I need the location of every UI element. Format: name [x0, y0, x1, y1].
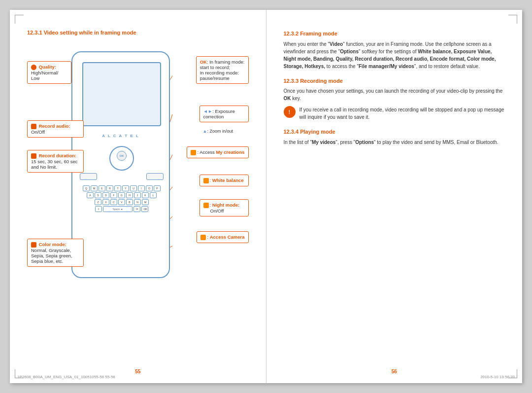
key-s: S	[95, 192, 101, 198]
key-shift: ⇧	[95, 206, 102, 212]
framing-mode-body: When you enter the "Video" function, you…	[284, 40, 505, 70]
right-page-number: 56	[392, 369, 397, 374]
key-t: T	[114, 185, 121, 191]
record-audio-desc: On/Off	[31, 129, 45, 135]
footer-right-info: 2010-5-10 13:56:20	[480, 375, 515, 379]
softkey-right	[146, 173, 164, 180]
callout-night-mode: : Night mode:On/Off	[200, 199, 249, 216]
record-duration-label: Record duration:	[39, 153, 77, 158]
key-i: I	[138, 185, 145, 191]
right-page: 12.3.2 Framing mode When you enter the "…	[266, 10, 523, 383]
callout-access-camera: : Access Camera	[197, 231, 248, 243]
record-audio-label: Record audio:	[39, 123, 70, 129]
zoom-desc: ▲: Zoom in/out	[203, 129, 233, 134]
left-page: 12.3.1 Video setting while in framing mo…	[10, 10, 266, 383]
record-duration-icon	[31, 153, 36, 159]
key-d: D	[102, 192, 109, 198]
softkey-left	[80, 173, 97, 180]
key-q: Q	[83, 185, 90, 191]
key-z: Z	[95, 199, 101, 205]
key-b: B	[126, 199, 133, 205]
color-mode-icon	[31, 242, 36, 248]
record-duration-desc: 15 sec, 30 sec, 60 sec and No limit.	[31, 159, 78, 170]
callout-white-balance: : White balance	[200, 175, 249, 186]
phone-diagram: A L C A T E L OK Q W E	[71, 51, 170, 278]
key-c: C	[110, 199, 117, 205]
callout-quality: Quality: High/Normal/Low	[27, 61, 71, 84]
access-creations-desc: : Access My creations	[191, 149, 244, 155]
recording-mode-title: Recording mode	[300, 78, 343, 84]
key-r: R	[106, 185, 113, 191]
quality-icon	[31, 65, 36, 70]
key-x: X	[102, 199, 109, 205]
recording-mode-num: 12.3.3	[284, 78, 300, 84]
white-balance-icon	[203, 178, 209, 183]
night-mode-icon	[203, 203, 209, 208]
recording-mode-heading: 12.3.3 Recording mode	[284, 77, 505, 85]
key-o: O	[146, 185, 153, 191]
phone-brand: A L C A T E L	[102, 134, 139, 138]
note-icon: !	[284, 106, 296, 118]
color-mode-desc: Normal, Grayscale, Sepia, Sepia green, S…	[31, 248, 72, 264]
right-content: 12.3.2 Framing mode When you enter the "…	[284, 30, 505, 146]
key-del: ⌫	[141, 206, 148, 212]
playing-mode-body: In the list of "My videos", press "Optio…	[284, 139, 505, 146]
callout-record-audio: Record audio: On/Off	[27, 120, 84, 138]
callout-color-mode: Color mode: Normal, Grayscale, Sepia, Se…	[27, 239, 84, 267]
key-space: Space ◄	[103, 206, 133, 212]
key-m: M	[142, 199, 149, 205]
section-recording-mode: 12.3.3 Recording mode Once you have chos…	[284, 77, 505, 121]
section-framing-mode: 12.3.2 Framing mode When you enter the "…	[284, 30, 505, 70]
framing-mode-title: Framing mode	[300, 31, 337, 36]
key-n: N	[134, 199, 141, 205]
nav-ok: OK	[117, 151, 127, 161]
key-u: U	[130, 185, 137, 191]
color-mode-label: Color mode:	[39, 242, 66, 247]
recording-mode-body: Once you have chosen your settings, you …	[284, 87, 505, 102]
night-mode-desc: : Night mode:On/Off	[203, 202, 240, 214]
access-camera-icon	[200, 235, 206, 240]
phone-body: A L C A T E L OK Q W E	[71, 51, 170, 278]
key-row-1: Q W E R T Y U I O P	[77, 185, 166, 191]
left-section-heading: 12.3.1 Video setting while in framing mo…	[27, 30, 249, 36]
key-a: A	[87, 192, 94, 198]
footer-left-info: 1P2608_B00A_UM_ENG_USA_01_10051055-56 55…	[17, 375, 115, 379]
key-e: E	[99, 185, 105, 191]
key-l: L	[150, 192, 157, 198]
key-p: P	[154, 185, 161, 191]
key-g: G	[118, 192, 125, 198]
callout-zoom: ▲: Zoom in/out	[200, 126, 249, 136]
recording-note-box: ! If you receive a call in recording mod…	[284, 106, 505, 121]
key-row-3: Z X C V B N M	[77, 199, 166, 205]
playing-mode-heading: 12.3.4 Playing mode	[284, 128, 505, 136]
playing-mode-num: 12.3.4	[284, 129, 300, 135]
phone-keypad: OK Q W E R T Y	[77, 143, 166, 272]
phone-screen	[82, 62, 161, 126]
playing-mode-title: Playing mode	[300, 129, 335, 135]
quality-label: Quality:	[39, 64, 56, 70]
left-section-number: 12.3.1 Video setting while in framing mo…	[27, 30, 136, 36]
key-w: W	[91, 185, 98, 191]
key-y: Y	[122, 185, 129, 191]
framing-mode-num: 12.3.2	[284, 31, 300, 36]
callout-exposure: ◄►: Exposurecorrection	[200, 106, 249, 122]
key-h: H	[126, 192, 133, 198]
callout-record-duration: Record duration: 15 sec, 30 sec, 60 sec …	[27, 150, 84, 173]
record-audio-icon	[31, 124, 36, 129]
left-page-number: 55	[135, 369, 140, 374]
key-f: F	[110, 192, 117, 198]
key-k: K	[142, 192, 149, 198]
key-row-2: A S D F G H J K L	[77, 192, 166, 198]
callout-framing-mode: OK: In framing mode:start to record;In r…	[196, 56, 249, 84]
section-playing-mode: 12.3.4 Playing mode In the list of "My v…	[284, 128, 505, 146]
key-row-space: ⇧ Space ◄ !# ⌫	[77, 206, 166, 212]
quality-desc: High/Normal/Low	[31, 70, 58, 81]
access-creations-icon	[191, 150, 196, 155]
exposure-desc: ◄►: Exposurecorrection	[203, 108, 235, 119]
softkeys	[80, 173, 164, 180]
key-j: J	[134, 192, 141, 198]
white-balance-desc: : White balance	[203, 178, 244, 183]
qwerty-keys: Q W E R T Y U I O P	[77, 185, 166, 213]
note-text: If you receive a call in recording mode,…	[299, 106, 505, 121]
key-v: V	[118, 199, 125, 205]
